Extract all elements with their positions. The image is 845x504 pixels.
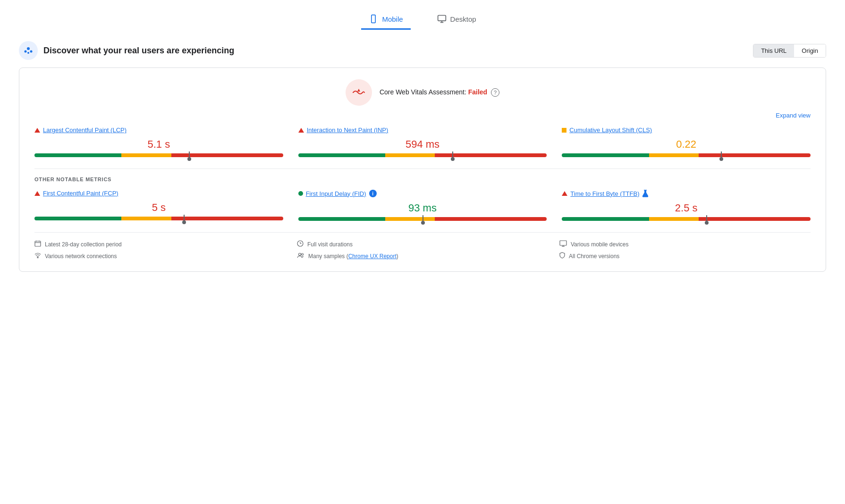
metric-label-ttfb[interactable]: Time to First Byte (TTFB) bbox=[570, 190, 639, 197]
progress-bar-fid bbox=[298, 217, 547, 221]
svg-point-8 bbox=[27, 52, 29, 54]
svg-rect-2 bbox=[438, 16, 446, 21]
shield-icon bbox=[559, 252, 565, 260]
section-divider bbox=[34, 168, 811, 169]
footer-item-4: Many samples (Chrome UX Report) bbox=[297, 252, 548, 260]
metric-item-fid: First Input Delay (FID)i93 ms bbox=[298, 190, 547, 221]
url-origin-toggle: This URL Origin bbox=[753, 44, 826, 58]
metric-value-fcp: 5 s bbox=[34, 202, 283, 214]
help-icon[interactable]: ? bbox=[491, 88, 499, 97]
metric-label-row-cls: Cumulative Layout Shift (CLS) bbox=[562, 126, 811, 134]
mobile-icon bbox=[369, 14, 378, 24]
metric-label-fid[interactable]: First Input Delay (FID) bbox=[306, 190, 366, 197]
footer-text-0: Latest 28-day collection period bbox=[45, 241, 122, 248]
clock-icon bbox=[297, 240, 304, 248]
users-icon bbox=[297, 252, 304, 260]
circle-green-icon bbox=[298, 191, 303, 196]
footer-text-1: Full visit durations bbox=[307, 241, 353, 248]
square-orange-icon bbox=[562, 128, 566, 133]
metric-item-inp: Interaction to Next Paint (INP)594 ms bbox=[298, 126, 547, 157]
progress-marker-inp bbox=[452, 151, 453, 159]
footer-item-3: Various network connections bbox=[34, 252, 286, 260]
svg-point-21 bbox=[37, 257, 38, 258]
wifi-icon bbox=[34, 252, 41, 260]
desktop-icon bbox=[437, 14, 447, 24]
progress-marker-ttfb bbox=[706, 215, 707, 223]
progress-bar-cls bbox=[562, 153, 811, 157]
assessment-icon bbox=[346, 79, 372, 106]
metric-value-cls: 0.22 bbox=[562, 138, 811, 151]
discover-icon bbox=[19, 41, 38, 60]
tab-desktop-label: Desktop bbox=[450, 15, 476, 23]
tab-mobile-label: Mobile bbox=[382, 15, 403, 23]
flask-icon-ttfb[interactable] bbox=[642, 190, 649, 197]
metric-label-lcp[interactable]: Largest Contentful Paint (LCP) bbox=[43, 126, 127, 134]
monitor-icon bbox=[559, 240, 567, 248]
metric-label-inp[interactable]: Interaction to Next Paint (INP) bbox=[307, 126, 389, 134]
footer-item-2: Various mobile devices bbox=[559, 240, 811, 248]
svg-point-22 bbox=[299, 253, 301, 256]
svg-point-5 bbox=[27, 47, 30, 50]
metric-value-lcp: 5.1 s bbox=[34, 138, 283, 151]
assessment-status: Failed bbox=[468, 88, 487, 96]
footer-text-5: All Chrome versions bbox=[569, 253, 619, 260]
progress-bar-ttfb bbox=[562, 217, 811, 221]
footer-item-0: Latest 28-day collection period bbox=[34, 240, 286, 248]
discover-left: Discover what your real users are experi… bbox=[19, 41, 234, 60]
tab-mobile[interactable]: Mobile bbox=[361, 9, 410, 30]
discover-title: Discover what your real users are experi… bbox=[43, 46, 234, 56]
metric-label-row-lcp: Largest Contentful Paint (LCP) bbox=[34, 126, 283, 134]
assessment-title-row: Core Web Vitals Assessment: Failed ? bbox=[380, 88, 499, 97]
svg-marker-9 bbox=[357, 89, 360, 92]
metric-item-cls: Cumulative Layout Shift (CLS)0.22 bbox=[562, 126, 811, 157]
metric-label-row-ttfb: Time to First Byte (TTFB) bbox=[562, 190, 811, 197]
svg-point-23 bbox=[302, 253, 304, 255]
tab-bar: Mobile Desktop bbox=[19, 9, 826, 30]
footer-link-4[interactable]: Chrome UX Report bbox=[348, 253, 397, 260]
svg-point-7 bbox=[30, 50, 33, 53]
tab-desktop[interactable]: Desktop bbox=[430, 9, 484, 30]
footer-text-2: Various mobile devices bbox=[571, 241, 629, 248]
info-icon-fid[interactable]: i bbox=[369, 190, 377, 197]
metric-label-fcp[interactable]: First Contentful Paint (FCP) bbox=[43, 190, 118, 197]
metric-value-fid: 93 ms bbox=[298, 202, 547, 214]
progress-bar-inp bbox=[298, 153, 547, 157]
discover-header: Discover what your real users are experi… bbox=[19, 41, 826, 60]
metric-value-ttfb: 2.5 s bbox=[562, 202, 811, 214]
svg-rect-18 bbox=[560, 241, 566, 245]
footer-info: Latest 28-day collection periodFull visi… bbox=[34, 232, 811, 260]
metric-label-cls[interactable]: Cumulative Layout Shift (CLS) bbox=[569, 126, 652, 134]
assessment-header: Core Web Vitals Assessment: Failed ? bbox=[34, 79, 811, 106]
footer-item-5: All Chrome versions bbox=[559, 252, 811, 260]
metric-value-inp: 594 ms bbox=[298, 138, 547, 151]
expand-view-link[interactable]: Expand view bbox=[776, 112, 811, 119]
main-card: Core Web Vitals Assessment: Failed ? Exp… bbox=[19, 67, 826, 272]
footer-text-3: Various network connections bbox=[45, 253, 117, 260]
triangle-red-icon bbox=[562, 191, 567, 196]
calendar-icon bbox=[34, 240, 41, 248]
footer-item-1: Full visit durations bbox=[297, 240, 548, 248]
metric-label-row-fid: First Input Delay (FID)i bbox=[298, 190, 547, 197]
progress-marker-cls bbox=[721, 151, 722, 159]
triangle-red-icon bbox=[34, 191, 40, 196]
metric-label-row-inp: Interaction to Next Paint (INP) bbox=[298, 126, 547, 134]
this-url-button[interactable]: This URL bbox=[753, 44, 794, 57]
metric-item-fcp: First Contentful Paint (FCP)5 s bbox=[34, 190, 283, 221]
triangle-red-icon bbox=[34, 128, 40, 133]
expand-view: Expand view bbox=[34, 111, 811, 119]
other-metrics-label: OTHER NOTABLE METRICS bbox=[34, 176, 811, 182]
metric-item-ttfb: Time to First Byte (TTFB)2.5 s bbox=[562, 190, 811, 221]
core-metrics-grid: Largest Contentful Paint (LCP)5.1 sInter… bbox=[34, 126, 811, 157]
other-metrics-grid: First Contentful Paint (FCP)5 sFirst Inp… bbox=[34, 190, 811, 221]
assessment-title-text: Core Web Vitals Assessment: bbox=[380, 88, 466, 96]
metric-label-row-fcp: First Contentful Paint (FCP) bbox=[34, 190, 283, 197]
triangle-red-icon bbox=[298, 128, 304, 133]
origin-button[interactable]: Origin bbox=[794, 44, 826, 57]
footer-text-4: Many samples (Chrome UX Report) bbox=[308, 253, 398, 260]
progress-marker-fid bbox=[422, 215, 423, 223]
svg-rect-11 bbox=[35, 241, 41, 246]
metric-item-lcp: Largest Contentful Paint (LCP)5.1 s bbox=[34, 126, 283, 157]
progress-bar-fcp bbox=[34, 217, 283, 220]
progress-bar-lcp bbox=[34, 153, 283, 157]
svg-point-6 bbox=[25, 50, 27, 53]
